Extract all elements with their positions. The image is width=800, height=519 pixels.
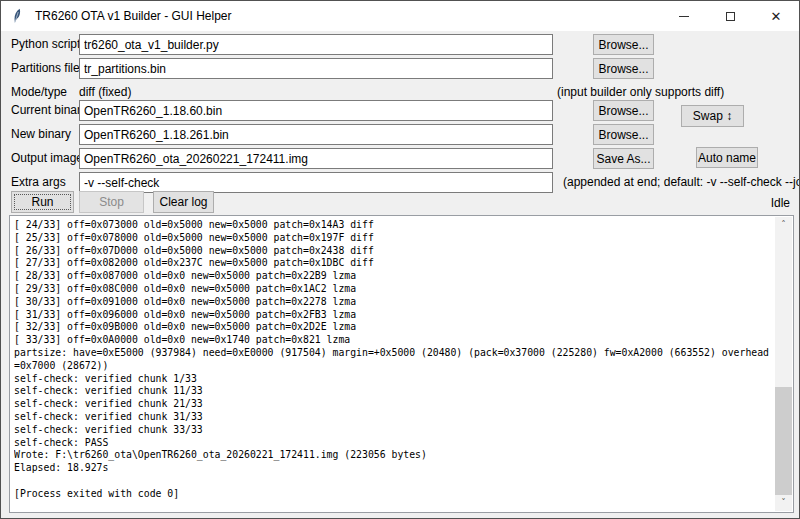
- partitions-file-label: Partitions file: [11, 61, 80, 76]
- current-binary-browse-button[interactable]: Browse...: [593, 100, 654, 121]
- current-binary-input[interactable]: [79, 100, 553, 121]
- python-script-label: Python script: [11, 37, 80, 52]
- titlebar[interactable]: TR6260 OTA v1 Builder - GUI Helper ✕: [1, 1, 799, 31]
- scrollbar-thumb[interactable]: [775, 387, 792, 495]
- mode-type-label: Mode/type: [11, 85, 67, 100]
- clear-log-button[interactable]: Clear log: [153, 191, 214, 213]
- new-binary-label: New binary: [11, 127, 71, 142]
- swap-button[interactable]: Swap ↕: [681, 105, 744, 127]
- scroll-up-icon[interactable]: ˄: [775, 217, 792, 234]
- scroll-down-icon[interactable]: ˅: [775, 494, 792, 511]
- python-script-browse-button[interactable]: Browse...: [593, 34, 654, 55]
- tk-feather-icon: [10, 8, 26, 24]
- mode-type-note: (input builder only supports diff): [557, 85, 724, 99]
- log-output[interactable]: [ 24/33] off=0x073000 old=0x5000 new=0x5…: [14, 219, 774, 510]
- maximize-icon: [726, 12, 735, 21]
- output-image-label: Output image: [11, 151, 83, 166]
- stop-button[interactable]: Stop: [79, 191, 144, 213]
- save-as-button[interactable]: Save As...: [593, 148, 654, 169]
- run-button[interactable]: Run: [11, 191, 74, 213]
- status-badge: Idle: [771, 196, 790, 210]
- new-binary-browse-button[interactable]: Browse...: [593, 124, 654, 145]
- current-binary-label: Current binary: [11, 103, 87, 118]
- extra-args-note: (appended at end; default: -v --self-che…: [563, 175, 800, 189]
- minimize-button[interactable]: [661, 1, 707, 31]
- minimize-icon: [679, 16, 689, 17]
- extra-args-label: Extra args: [11, 175, 66, 190]
- close-icon: ✕: [771, 9, 782, 24]
- output-image-input[interactable]: [79, 148, 553, 169]
- extra-args-input[interactable]: [79, 172, 553, 193]
- window-title: TR6260 OTA v1 Builder - GUI Helper: [35, 9, 232, 23]
- python-script-input[interactable]: [79, 34, 553, 55]
- mode-type-value: diff (fixed): [79, 85, 131, 99]
- log-scrollbar[interactable]: ˄ ˅: [775, 217, 792, 511]
- new-binary-input[interactable]: [79, 124, 553, 145]
- maximize-button[interactable]: [707, 1, 753, 31]
- partitions-file-browse-button[interactable]: Browse...: [593, 58, 654, 79]
- close-button[interactable]: ✕: [753, 1, 799, 31]
- partitions-file-input[interactable]: [79, 58, 553, 79]
- log-panel: [ 24/33] off=0x073000 old=0x5000 new=0x5…: [9, 215, 794, 513]
- auto-name-button[interactable]: Auto name: [696, 147, 758, 168]
- app-window: TR6260 OTA v1 Builder - GUI Helper ✕ Pyt…: [0, 0, 800, 519]
